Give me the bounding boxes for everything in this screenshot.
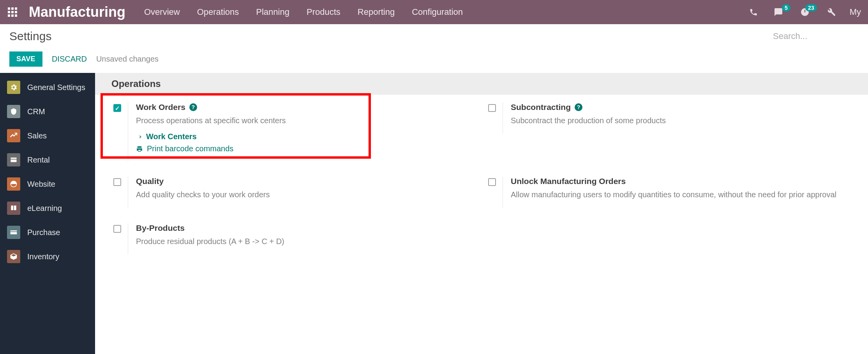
- setting-title-label: Quality: [136, 177, 164, 186]
- help-icon[interactable]: ?: [189, 103, 197, 111]
- unlock-mo-checkbox[interactable]: [488, 178, 496, 186]
- work-centers-link[interactable]: Work Centers: [136, 132, 482, 141]
- section-title: Operations: [95, 73, 868, 95]
- setting-title-label: Unlock Manufacturing Orders: [511, 177, 626, 186]
- apps-launcher-icon[interactable]: [7, 7, 18, 18]
- sidebar-item-purchase[interactable]: Purchase: [0, 220, 95, 244]
- activity-icon[interactable]: 23: [798, 7, 812, 17]
- sidebar-item-label: CRM: [27, 107, 45, 116]
- sidebar-item-label: Sales: [27, 131, 47, 140]
- page-header: Settings: [0, 24, 868, 43]
- setting-description: Process operations at specific work cent…: [136, 115, 482, 126]
- setting-subcontracting: Subcontracting ? Subcontract the product…: [482, 103, 856, 134]
- sidebar-item-label: eLearning: [27, 204, 62, 213]
- sidebar-item-general[interactable]: General Settings: [0, 75, 95, 99]
- search-input[interactable]: [773, 31, 859, 41]
- help-icon[interactable]: ?: [575, 103, 582, 111]
- gear-icon: [7, 81, 20, 94]
- settings-content: Operations Work Orders ? Process operati…: [95, 73, 868, 354]
- sidebar-item-elearning[interactable]: eLearning: [0, 196, 95, 220]
- chat-icon[interactable]: 5: [772, 7, 785, 17]
- top-nav-bar: Manufacturing Overview Operations Planni…: [0, 0, 868, 24]
- by-products-checkbox[interactable]: [113, 225, 121, 233]
- globe-icon: [7, 177, 20, 191]
- sidebar-item-label: Rental: [27, 156, 50, 165]
- card-icon: [7, 226, 20, 239]
- sidebar-item-crm[interactable]: CRM: [0, 99, 95, 124]
- action-bar: SAVE DISCARD Unsaved changes: [0, 43, 868, 73]
- setting-unlock-mo: Unlock Manufacturing Orders Allow manufa…: [482, 177, 856, 208]
- nav-products[interactable]: Products: [307, 7, 340, 17]
- setting-description: Allow manufacturing users to modify quan…: [511, 189, 856, 200]
- print-icon: [136, 145, 143, 152]
- save-button[interactable]: SAVE: [9, 51, 42, 67]
- setting-work-orders: Work Orders ? Process operations at spec…: [107, 103, 482, 161]
- sidebar-item-label: Purchase: [27, 228, 60, 237]
- chat-badge: 5: [782, 4, 790, 11]
- nav-overview[interactable]: Overview: [144, 7, 180, 17]
- book-icon: [7, 202, 20, 215]
- setting-description: Subcontract the production of some produ…: [511, 115, 856, 126]
- work-orders-checkbox[interactable]: [113, 104, 121, 112]
- nav-reporting[interactable]: Reporting: [358, 7, 395, 17]
- phone-icon[interactable]: [747, 8, 760, 16]
- arrow-right-icon: [136, 134, 142, 140]
- activity-badge: 23: [805, 4, 817, 11]
- subcontracting-checkbox[interactable]: [488, 104, 496, 112]
- setting-description: Produce residual products (A + B -> C + …: [136, 236, 482, 247]
- sidebar-item-rental[interactable]: Rental: [0, 148, 95, 172]
- setting-description: Add quality checks to your work orders: [136, 189, 482, 200]
- sidebar-item-website[interactable]: Website: [0, 172, 95, 196]
- user-menu[interactable]: My: [850, 7, 861, 17]
- nav-configuration[interactable]: Configuration: [412, 7, 463, 17]
- setting-quality: Quality Add quality checks to your work …: [107, 177, 482, 208]
- box-icon: [7, 250, 20, 263]
- setting-title-label: Work Orders: [136, 103, 185, 112]
- setting-title-label: By-Products: [136, 223, 185, 233]
- debug-icon[interactable]: [825, 8, 838, 16]
- unsaved-status: Unsaved changes: [96, 55, 159, 64]
- nav-operations[interactable]: Operations: [197, 7, 239, 17]
- chart-icon: [7, 129, 20, 142]
- sidebar-item-label: Website: [27, 180, 55, 189]
- quality-checkbox[interactable]: [113, 178, 121, 186]
- settings-sidebar: General Settings CRM Sales Rental Websit…: [0, 73, 95, 354]
- setting-title-label: Subcontracting: [511, 103, 571, 112]
- sidebar-item-inventory[interactable]: Inventory: [0, 244, 95, 269]
- nav-planning[interactable]: Planning: [256, 7, 289, 17]
- page-title: Settings: [9, 30, 51, 43]
- key-icon: [7, 153, 20, 166]
- print-barcode-link[interactable]: Print barcode commands: [136, 144, 482, 153]
- sidebar-item-label: General Settings: [27, 83, 85, 92]
- handshake-icon: [7, 105, 20, 118]
- sidebar-item-sales[interactable]: Sales: [0, 124, 95, 148]
- setting-by-products: By-Products Produce residual products (A…: [107, 223, 482, 255]
- sidebar-item-label: Inventory: [27, 252, 59, 261]
- app-brand: Manufacturing: [29, 4, 125, 20]
- discard-button[interactable]: DISCARD: [52, 55, 87, 64]
